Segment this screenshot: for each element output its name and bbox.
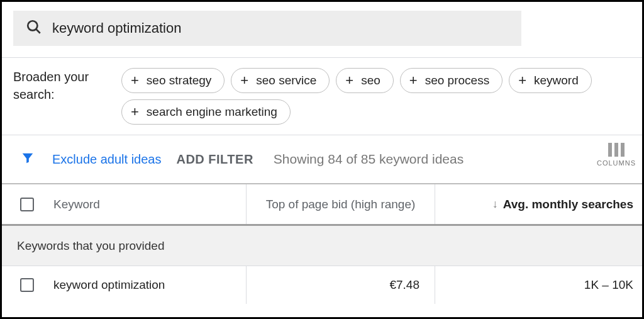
sort-desc-icon: ↓	[492, 198, 498, 211]
plus-icon: +	[518, 74, 526, 87]
chip-label: seo process	[425, 74, 489, 87]
plus-icon: +	[131, 105, 139, 119]
plus-icon: +	[409, 74, 418, 87]
chip-seo[interactable]: +seo	[336, 68, 394, 93]
table-header: Keyword Top of page bid (high range) ↓ A…	[2, 184, 642, 226]
svg-point-0	[28, 21, 37, 30]
chip-label: seo strategy	[147, 74, 212, 87]
chip-label: seo	[361, 74, 380, 87]
table-row: keyword optimization €7.48 1K – 10K	[2, 266, 642, 304]
header-checkbox-cell	[2, 198, 52, 211]
search-input[interactable]	[52, 20, 509, 36]
plus-icon: +	[345, 74, 353, 87]
section-keywords-provided: Keywords that you provided	[2, 226, 642, 266]
plus-icon: +	[131, 74, 139, 87]
select-all-checkbox[interactable]	[20, 198, 34, 211]
search-icon	[26, 19, 42, 38]
broaden-chips: +seo strategy +seo service +seo +seo pro…	[121, 68, 631, 125]
chip-seo-strategy[interactable]: +seo strategy	[121, 68, 225, 93]
plus-icon: +	[240, 74, 248, 87]
header-top-of-page-bid[interactable]: Top of page bid (high range)	[246, 184, 435, 224]
columns-button[interactable]: COLUMNS	[597, 143, 636, 167]
exclude-adult-ideas-link[interactable]: Exclude adult ideas	[52, 152, 161, 167]
cell-keyword: keyword optimization	[52, 278, 246, 292]
cell-avg: 1K – 10K	[435, 266, 642, 304]
columns-icon	[597, 143, 636, 157]
showing-count: Showing 84 of 85 keyword ideas	[274, 152, 464, 167]
chip-seo-service[interactable]: +seo service	[231, 68, 330, 93]
chip-seo-process[interactable]: +seo process	[400, 68, 502, 93]
chip-keyword[interactable]: +keyword	[509, 68, 592, 93]
cell-bid: €7.48	[246, 266, 435, 304]
chip-label: search engine marketing	[147, 105, 277, 119]
row-checkbox-cell	[2, 278, 52, 292]
chip-label: keyword	[534, 74, 579, 87]
broaden-label: Broaden your search:	[13, 68, 121, 103]
filter-bar: Exclude adult ideas ADD FILTER Showing 8…	[2, 135, 642, 184]
filter-icon[interactable]	[21, 151, 35, 167]
row-checkbox[interactable]	[20, 278, 34, 292]
search-area	[2, 2, 642, 57]
add-filter-button[interactable]: ADD FILTER	[176, 152, 253, 167]
svg-line-1	[36, 29, 40, 33]
header-keyword[interactable]: Keyword	[52, 198, 246, 211]
header-avg-label: Avg. monthly searches	[503, 198, 633, 211]
header-avg-monthly-searches[interactable]: ↓ Avg. monthly searches	[435, 184, 642, 224]
columns-label: COLUMNS	[597, 159, 636, 167]
broaden-search-row: Broaden your search: +seo strategy +seo …	[2, 57, 642, 135]
search-box[interactable]	[13, 11, 521, 46]
chip-search-engine-marketing[interactable]: +search engine marketing	[121, 99, 291, 125]
cell-avg-value: 1K – 10K	[584, 278, 633, 292]
chip-label: seo service	[256, 74, 316, 87]
